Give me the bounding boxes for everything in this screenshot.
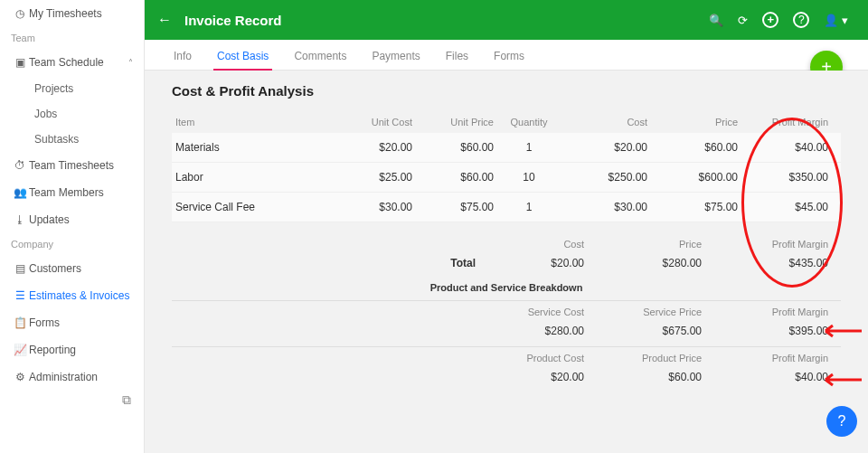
tab-label: Cost Basis bbox=[217, 50, 269, 62]
cell-unit-cost: $30.00 bbox=[335, 193, 416, 222]
sidebar-section-team: Team bbox=[0, 27, 144, 49]
sidebar-item-estimates-invoices[interactable]: ☰ Estimates & Invoices bbox=[0, 282, 144, 309]
cell-cost: $30.00 bbox=[561, 193, 651, 222]
help-icon[interactable]: ? bbox=[793, 12, 809, 28]
service-price: $675.00 bbox=[588, 321, 705, 341]
cell-unit-cost: $20.00 bbox=[335, 133, 416, 162]
analysis-table-header: Item Unit Cost Unit Price Quantity Cost … bbox=[172, 111, 841, 133]
sidebar-item-label: My Timesheets bbox=[29, 7, 133, 20]
table-row: Labor$25.00$60.0010$250.00$600.00$350.00 bbox=[172, 163, 841, 193]
sidebar-item-jobs[interactable]: Jobs bbox=[0, 101, 144, 127]
product-cost: $20.00 bbox=[479, 367, 588, 387]
calendar-icon: ▣ bbox=[11, 56, 29, 69]
sidebar-item-label: Jobs bbox=[34, 108, 57, 120]
tab-forms[interactable]: Forms bbox=[481, 50, 537, 70]
sidebar-item-label: Team Schedule bbox=[29, 56, 128, 69]
sidebar: ◷ My Timesheets Team ▣ Team Schedule ˄ P… bbox=[0, 0, 145, 453]
help-button[interactable]: ? bbox=[826, 406, 857, 437]
clipboard-icon: 📋 bbox=[11, 316, 29, 329]
chevron-up-icon: ˄ bbox=[128, 58, 133, 68]
cell-item: Materials bbox=[172, 133, 335, 162]
label-service-price: Service Price bbox=[588, 303, 705, 321]
label-profit-margin: Profit Margin bbox=[705, 349, 832, 367]
section-title: Cost & Profit Analysis bbox=[172, 83, 841, 99]
address-book-icon: ▤ bbox=[11, 262, 29, 275]
col-cost: Cost bbox=[561, 111, 651, 133]
label-product-cost: Product Cost bbox=[479, 349, 588, 367]
search-icon[interactable]: 🔍 bbox=[709, 14, 723, 27]
tab-cost-basis[interactable]: Cost Basis bbox=[204, 50, 281, 70]
tab-comments[interactable]: Comments bbox=[281, 50, 359, 70]
totals-header: Cost Price Profit Margin bbox=[172, 235, 841, 253]
cell-price: $75.00 bbox=[651, 193, 741, 222]
refresh-icon[interactable]: ⟳ bbox=[738, 14, 748, 27]
collapse-sidebar-icon[interactable]: ⧉ bbox=[122, 392, 131, 408]
sidebar-section-company: Company bbox=[0, 233, 144, 255]
cell-quantity: 1 bbox=[497, 193, 561, 222]
gear-icon: ⚙ bbox=[11, 371, 29, 383]
label-cost: Cost bbox=[479, 235, 588, 253]
col-price: Price bbox=[651, 111, 741, 133]
sidebar-item-projects[interactable]: Projects bbox=[0, 76, 144, 101]
col-unit-cost: Unit Cost bbox=[335, 111, 416, 133]
tab-label: Comments bbox=[294, 50, 346, 62]
cell-cost: $20.00 bbox=[561, 133, 651, 162]
product-row: $20.00 $60.00 $40.00 bbox=[172, 367, 841, 387]
sidebar-item-label: Projects bbox=[34, 82, 73, 95]
product-price: $60.00 bbox=[588, 367, 705, 387]
sidebar-item-label: Administration bbox=[29, 371, 133, 383]
total-cost: $20.00 bbox=[479, 253, 588, 273]
sidebar-item-forms[interactable]: 📋 Forms bbox=[0, 309, 144, 336]
sidebar-item-team-members[interactable]: 👥 Team Members bbox=[0, 179, 144, 206]
sidebar-item-team-timesheets[interactable]: ⏱ Team Timesheets bbox=[0, 152, 144, 179]
invoice-icon: ☰ bbox=[11, 289, 29, 302]
tab-payments[interactable]: Payments bbox=[359, 50, 432, 70]
sidebar-item-team-schedule[interactable]: ▣ Team Schedule ˄ bbox=[0, 49, 144, 76]
cell-quantity: 1 bbox=[497, 133, 561, 162]
breakdown-title: Product and Service Breakdown bbox=[172, 282, 841, 293]
tab-files[interactable]: Files bbox=[433, 50, 481, 70]
cell-profit-margin: $40.00 bbox=[741, 133, 832, 162]
label-profit-margin: Profit Margin bbox=[705, 303, 832, 321]
tab-info[interactable]: Info bbox=[161, 50, 204, 70]
sidebar-item-updates[interactable]: ⭳ Updates bbox=[0, 206, 144, 233]
service-row: $280.00 $675.00 $395.00 bbox=[172, 321, 841, 341]
cell-unit-price: $75.00 bbox=[416, 193, 497, 222]
sidebar-item-label: Team Timesheets bbox=[29, 159, 133, 172]
tab-label: Payments bbox=[372, 50, 420, 62]
sidebar-item-label: Subtasks bbox=[34, 133, 79, 146]
service-profit-margin: $395.00 bbox=[705, 321, 832, 341]
stopwatch-icon: ⏱ bbox=[11, 159, 29, 172]
col-item: Item bbox=[172, 111, 335, 133]
sidebar-item-reporting[interactable]: 📈 Reporting bbox=[0, 336, 144, 363]
people-icon: 👥 bbox=[11, 186, 29, 199]
col-quantity: Quantity bbox=[497, 111, 561, 133]
product-header: Product Cost Product Price Profit Margin bbox=[172, 349, 841, 367]
sidebar-item-administration[interactable]: ⚙ Administration bbox=[0, 363, 144, 391]
sidebar-item-label: Estimates & Invoices bbox=[29, 289, 133, 302]
content-area: Cost & Profit Analysis Item Unit Cost Un… bbox=[145, 71, 868, 453]
tab-bar: Info Cost Basis Comments Payments Files … bbox=[145, 40, 868, 71]
sidebar-item-label: Customers bbox=[29, 262, 133, 275]
cell-price: $60.00 bbox=[651, 133, 741, 162]
chart-icon: 📈 bbox=[11, 344, 29, 356]
col-unit-price: Unit Price bbox=[416, 111, 497, 133]
add-icon[interactable]: + bbox=[762, 12, 778, 28]
account-menu[interactable]: 👤 ▾ bbox=[824, 14, 848, 27]
label-service-cost: Service Cost bbox=[479, 303, 588, 321]
sidebar-item-label: Team Members bbox=[29, 186, 133, 199]
sidebar-item-my-timesheets[interactable]: ◷ My Timesheets bbox=[0, 0, 144, 27]
cell-item: Service Call Fee bbox=[172, 193, 335, 222]
sidebar-item-customers[interactable]: ▤ Customers bbox=[0, 255, 144, 282]
total-price: $280.00 bbox=[588, 253, 705, 273]
back-button[interactable]: ← bbox=[157, 12, 172, 28]
tab-label: Files bbox=[446, 50, 468, 62]
label-profit-margin: Profit Margin bbox=[705, 235, 832, 253]
sidebar-item-subtasks[interactable]: Subtasks bbox=[0, 127, 144, 152]
sidebar-item-label: Forms bbox=[29, 316, 133, 329]
cell-cost: $250.00 bbox=[561, 163, 651, 192]
tab-label: Forms bbox=[494, 50, 524, 62]
table-row: Service Call Fee$30.00$75.001$30.00$75.0… bbox=[172, 193, 841, 222]
cell-profit-margin: $350.00 bbox=[741, 163, 832, 192]
app-header: ← Invoice Record 🔍 ⟳ + ? 👤 ▾ bbox=[145, 0, 868, 40]
